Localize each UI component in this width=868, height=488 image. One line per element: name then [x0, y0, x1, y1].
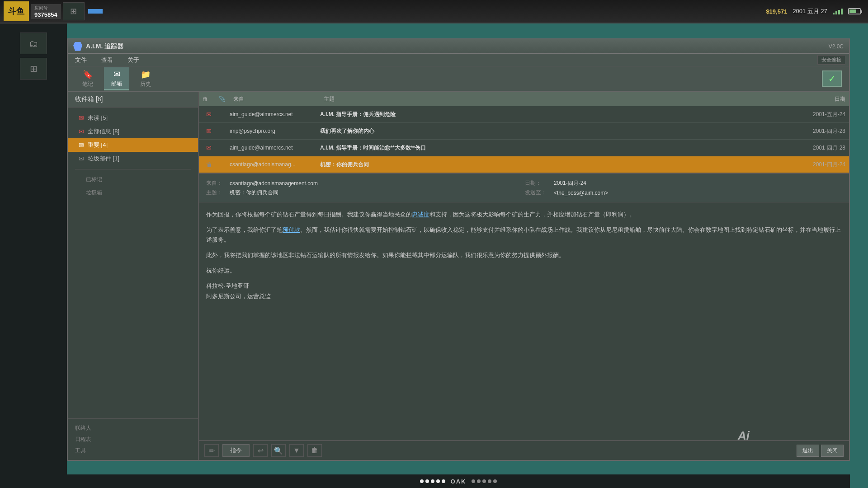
email-2-subject: 我们再次了解你的内心 [320, 127, 787, 135]
notes-icon: 🔖 [83, 70, 93, 80]
email-row-4[interactable]: 🗑 csantiago@adonismanag... 机密：你的佣兵合同 200… [199, 156, 849, 173]
folder-flagged[interactable]: 已标记 [68, 173, 198, 186]
email-3-unread-icon: ✉ [206, 144, 212, 151]
money-display: $19,571 [766, 8, 787, 15]
status-bar: OAK [67, 474, 850, 488]
menu-about[interactable]: 关于 [124, 55, 143, 65]
dot-4 [436, 479, 440, 483]
email-3-subject: A.I.M. 指导手册：时间能治愈**大多数**伤口 [320, 144, 787, 152]
folder-unread[interactable]: ✉ 未读 [5] [68, 111, 198, 125]
window-menubar: 文件 查看 关于 安全连接 [68, 54, 849, 66]
date-label: 日期： [525, 179, 547, 187]
date-value: 2001-四月-24 [554, 179, 842, 187]
email-list-header: 🗑 📎 来自 主题 日期 [199, 92, 849, 106]
compose-icon[interactable]: ✏ [204, 444, 219, 457]
right-panel: 🗑 📎 来自 主题 日期 [199, 92, 849, 460]
tab-history[interactable]: 📁 历史 [133, 68, 158, 90]
room-label: 房间号 [34, 5, 57, 11]
battery-fill [849, 9, 856, 13]
email-1-trash: ✉ [203, 110, 215, 119]
side-icon-grid[interactable]: ⊞ [20, 58, 47, 80]
date-display: 2001 五月 27 [793, 7, 827, 15]
body-para-3: 此外，我将把我们掌握的该地区非法钻石运输队的所有情报发给你。如果你能拦截其中部分… [206, 250, 842, 260]
top-bar: 斗鱼 房间号 9375854 ⊞ $19,571 2001 五月 27 [0, 0, 868, 23]
folder-junk[interactable]: ✉ 垃圾邮件 [1] [68, 152, 198, 165]
tab-notes[interactable]: 🔖 笔记 [75, 68, 100, 90]
spacer [68, 203, 198, 418]
tab-mail[interactable]: ✉ 邮箱 [104, 67, 129, 90]
top-bar-left: 斗鱼 房间号 9375854 ⊞ [0, 1, 103, 21]
col-from-header: 来自 [233, 94, 324, 103]
filter-icon[interactable]: ▼ [289, 444, 304, 457]
delete-icon[interactable]: 🗑 [307, 444, 322, 457]
col-subject-header: 主题 [324, 94, 787, 103]
menu-view[interactable]: 查看 [98, 55, 117, 65]
folder-junk-label: 垃圾邮件 [1] [88, 155, 119, 163]
folder-list: ✉ 未读 [5] ✉ 全部信息 [8] ✉ 重要 [4] ✉ 垃圾邮件 [1] [68, 108, 198, 203]
close-button[interactable]: 关闭 [821, 445, 844, 457]
email-1-from: aim_guide@aimmercs.net [230, 111, 320, 117]
reply-icon[interactable]: ↩ [253, 444, 268, 457]
folder-all[interactable]: ✉ 全部信息 [8] [68, 125, 198, 138]
bar-4 [841, 9, 843, 14]
battery [848, 8, 861, 14]
body-para-2: 为了表示善意，我给你汇了笔预付款。然而，我估计你很快就需要开始控制钻石矿，以确保… [206, 225, 842, 245]
side-icon-file[interactable]: 🗂 [20, 33, 47, 54]
dot-10 [493, 479, 497, 483]
junk-icon: ✉ [79, 155, 84, 162]
schedule-section: 日程表 [75, 434, 191, 445]
email-3-date: 2001-四月-28 [787, 144, 845, 152]
subject-label: 主题： [206, 189, 222, 197]
menu-file[interactable]: 文件 [71, 55, 90, 65]
grid-icon[interactable]: ⊞ [63, 2, 85, 20]
window-title: A.I.M. 追踪器 [86, 42, 123, 51]
email-detail: 来自： csantiago@adonismanagement.com 日期： 2… [199, 174, 849, 440]
bar-2 [835, 11, 837, 14]
security-badge: 安全连接 [817, 55, 845, 65]
flagged-label: 已标记 [86, 176, 102, 183]
email-row-3[interactable]: ✉ aim_guide@aimmercs.net A.I.M. 指导手册：时间能… [199, 140, 849, 156]
main-window: A.I.M. 追踪器 V2.0C 文件 查看 关于 安全连接 🔖 笔记 ✉ 邮箱… [67, 38, 850, 461]
email-row-2[interactable]: ✉ imp@psychpro.org 我们再次了解你的内心 2001-四月-28 [199, 123, 849, 140]
window-icon [73, 42, 82, 51]
email-row-1[interactable]: ✉ aim_guide@aimmercs.net A.I.M. 指导手册：佣兵遇… [199, 106, 849, 123]
email-4-trash-icon: 🗑 [206, 161, 212, 168]
folder-important[interactable]: ✉ 重要 [4] [68, 138, 198, 152]
left-panel-sections: 联络人 日程表 工具 [68, 418, 198, 460]
status-text: OAK [447, 478, 470, 485]
dot-3 [431, 479, 434, 483]
email-2-unread-icon: ✉ [206, 127, 212, 135]
trash-label: 垃圾箱 [86, 189, 102, 197]
order-button[interactable]: 指令 [222, 444, 250, 457]
mail-icon: ✉ [113, 69, 120, 79]
logo: 斗鱼 [4, 1, 29, 21]
room-info: 房间号 9375854 [31, 4, 61, 19]
email-1-subject: A.I.M. 指导手册：佣兵遇到危险 [320, 111, 787, 118]
inbox-header: 收件箱 [8] [68, 92, 198, 108]
version-badge: V2.0C [829, 43, 844, 50]
folder-separator [75, 169, 191, 169]
folder-trash[interactable]: 垃圾箱 [68, 186, 198, 199]
email-1-unread-icon: ✉ [206, 111, 212, 118]
col-date-header: 日期 [787, 94, 845, 103]
folder-unread-label: 未读 [5] [88, 114, 108, 122]
email-4-trash: 🗑 [203, 160, 215, 169]
search-icon[interactable]: 🔍 [271, 444, 286, 457]
exit-button[interactable]: 退出 [797, 445, 819, 457]
all-icon: ✉ [79, 128, 84, 135]
subject-value: 机密：你的佣兵合同 [230, 189, 518, 197]
ai-label: Ai [738, 429, 750, 443]
send-to-value: <the_boss@aim.com> [554, 190, 842, 196]
confirm-button[interactable]: ✓ [822, 70, 842, 87]
email-4-date: 2001-四月-24 [787, 161, 845, 169]
email-2-date: 2001-四月-28 [787, 127, 845, 135]
col-trash-header: 🗑 [203, 94, 219, 103]
dot-2 [425, 479, 429, 483]
email-4-subject: 机密：你的佣兵合同 [320, 161, 787, 169]
dot-9 [488, 479, 491, 483]
email-detail-header: 来自： csantiago@adonismanagement.com 日期： 2… [199, 174, 849, 202]
top-bar-right: $19,571 2001 五月 27 [766, 7, 868, 15]
email-2-trash: ✉ [203, 127, 215, 136]
action-buttons: 退出 关闭 [797, 445, 844, 457]
col-attach-header: 📎 [219, 94, 233, 103]
